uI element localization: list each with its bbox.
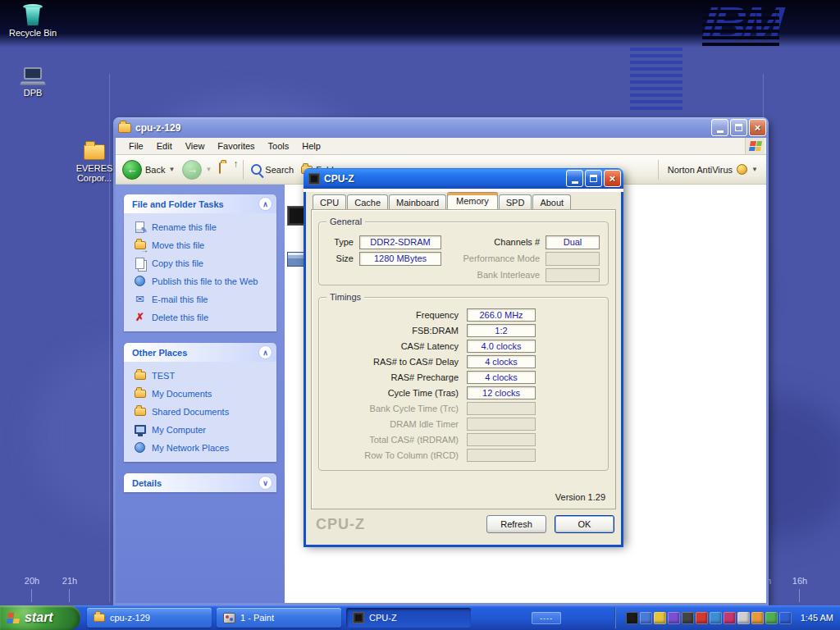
timing-value [467, 449, 536, 462]
channels-label: Channels # [454, 237, 540, 247]
back-dropdown-arrow[interactable]: ▼ [168, 166, 175, 173]
ok-button[interactable]: OK [555, 515, 614, 533]
forward-arrow-icon: → [182, 160, 202, 180]
desktop-icon-recycle-bin[interactable]: Recycle Bin [1, 3, 65, 38]
tray-icon[interactable] [737, 612, 750, 624]
tab-cpu[interactable]: CPU [313, 194, 346, 209]
menu-edit[interactable]: Edit [150, 141, 179, 151]
type-value: DDR2-SDRAM [359, 235, 441, 249]
back-button[interactable]: ← Back ▼ [122, 160, 175, 180]
performance-mode-value [546, 252, 600, 266]
maximize-button[interactable] [585, 170, 602, 187]
place-test[interactable]: TEST [134, 369, 273, 381]
menu-file[interactable]: File [122, 141, 150, 151]
search-button[interactable]: Search [251, 164, 294, 175]
tray-icon[interactable] [710, 612, 722, 624]
publish-web-icon [134, 275, 146, 287]
start-button[interactable]: start [0, 605, 80, 630]
panel-header[interactable]: Other Places ∧ [124, 343, 276, 362]
general-legend: General [326, 217, 365, 226]
expand-chevron-icon[interactable]: ∨ [258, 476, 272, 490]
timing-value [467, 402, 536, 415]
tab-spd[interactable]: SPD [499, 194, 532, 209]
collapse-chevron-icon[interactable]: ∧ [258, 345, 272, 359]
close-button[interactable]: × [604, 170, 621, 187]
tray-icon[interactable] [751, 612, 764, 624]
task-pane: File and Folder Tasks ∧ Rename this file… [116, 185, 285, 603]
up-button[interactable]: ↑ [219, 163, 235, 176]
cpuz-titlebar[interactable]: CPU-Z × [304, 168, 623, 189]
place-my-computer[interactable]: My Computer [134, 423, 273, 436]
menu-view[interactable]: View [179, 141, 212, 151]
ibm-logo: IBM [702, 0, 779, 46]
desktop: IBM 20h 21h 15h 16h Recycle Bin DPB EVER… [0, 0, 840, 630]
norton-antivirus-button[interactable]: Norton AntiVirus ▼ [658, 155, 758, 184]
menu-help[interactable]: Help [295, 141, 327, 151]
tray-icon[interactable] [668, 612, 680, 624]
explorer-titlebar[interactable]: cpu-z-129 × [113, 117, 769, 138]
panel-header[interactable]: Details ∨ [124, 473, 276, 492]
maximize-button[interactable] [730, 119, 747, 136]
taskbar: start cpu-z-129 1 - Paint CPU-Z ---- 1:4… [0, 605, 840, 630]
file-icon[interactable] [287, 252, 305, 267]
tray-icon[interactable] [682, 612, 694, 624]
delete-icon: ✗ [134, 311, 146, 323]
place-shared-documents[interactable]: Shared Documents [134, 405, 273, 418]
tray-icon[interactable] [696, 612, 708, 624]
timing-value: 12 clocks [467, 386, 536, 399]
timing-value: 266.0 MHz [467, 308, 536, 322]
network-places-icon [134, 441, 146, 454]
tray-icon[interactable] [640, 612, 652, 624]
tray-icon[interactable] [724, 612, 736, 624]
cpuz-watermark: CPU-Z [316, 516, 365, 533]
tab-cache[interactable]: Cache [347, 194, 388, 209]
place-my-network-places[interactable]: My Network Places [134, 441, 273, 454]
minimize-button[interactable] [711, 119, 728, 136]
minimize-button[interactable] [566, 170, 583, 187]
tab-mainboard[interactable]: Mainboard [389, 194, 446, 209]
size-value: 1280 MBytes [359, 252, 441, 266]
collapse-chevron-icon[interactable]: ∧ [258, 197, 272, 211]
place-my-documents[interactable]: My Documents [134, 387, 273, 399]
task-email-this-file[interactable]: ✉ E-mail this file [134, 293, 273, 305]
tray-icon[interactable] [654, 612, 666, 624]
tray-icon[interactable] [626, 612, 638, 624]
task-delete-this-file[interactable]: ✗ Delete this file [134, 311, 273, 323]
refresh-button[interactable]: Refresh [486, 515, 546, 533]
general-groupbox: General Type DDR2-SDRAM Size 1280 MBytes [318, 221, 609, 285]
timing-label: RAS# to CAS# Delay [327, 357, 459, 367]
timing-row: CAS# Latency 4.0 clocks [327, 338, 600, 354]
timing-row: Total CAS# (tRDRAM) [327, 431, 600, 447]
timing-row: Cycle Time (Tras) 12 clocks [327, 385, 600, 400]
task-publish-this-file[interactable]: Publish this file to the Web [134, 275, 273, 287]
menu-tools[interactable]: Tools [262, 141, 296, 151]
panel-header[interactable]: File and Folder Tasks ∧ [124, 194, 276, 213]
timing-label: Bank Cycle Time (Trc) [327, 404, 459, 413]
taskbar-mini-toolbar-button[interactable]: ---- [532, 612, 561, 624]
icon-label: Recycle Bin [1, 28, 65, 38]
forward-button[interactable]: → ▼ [182, 160, 212, 180]
norton-icon [737, 164, 747, 175]
taskbar-task-cpuz[interactable]: CPU-Z [346, 608, 471, 628]
size-label: Size [327, 253, 354, 263]
task-rename-this-file[interactable]: Rename this file [134, 221, 273, 233]
norton-dropdown-arrow[interactable]: ▼ [751, 166, 758, 173]
details-panel: Details ∨ [124, 473, 276, 492]
up-arrow-icon: ↑ [233, 158, 238, 170]
menu-favorites[interactable]: Favorites [211, 141, 261, 151]
taskbar-clock[interactable]: 1:45 AM [801, 613, 833, 623]
close-button[interactable]: × [749, 119, 766, 136]
tab-memory[interactable]: Memory [447, 192, 498, 209]
desktop-icon-dpb[interactable]: DPB [1, 67, 65, 98]
tray-icon[interactable] [779, 612, 792, 624]
tray-icon[interactable] [765, 612, 778, 624]
taskbar-task-explorer[interactable]: cpu-z-129 [87, 608, 212, 628]
memory-tab-page: General Type DDR2-SDRAM Size 1280 MBytes [311, 209, 616, 509]
cpuz-app-icon [353, 612, 364, 623]
taskbar-task-paint[interactable]: 1 - Paint [217, 608, 341, 628]
task-copy-this-file[interactable]: Copy this file [134, 257, 273, 269]
task-move-this-file[interactable]: Move this file [134, 239, 273, 251]
ibm-stripes-decoration [630, 48, 682, 110]
search-icon [251, 164, 262, 175]
tab-about[interactable]: About [532, 194, 571, 209]
